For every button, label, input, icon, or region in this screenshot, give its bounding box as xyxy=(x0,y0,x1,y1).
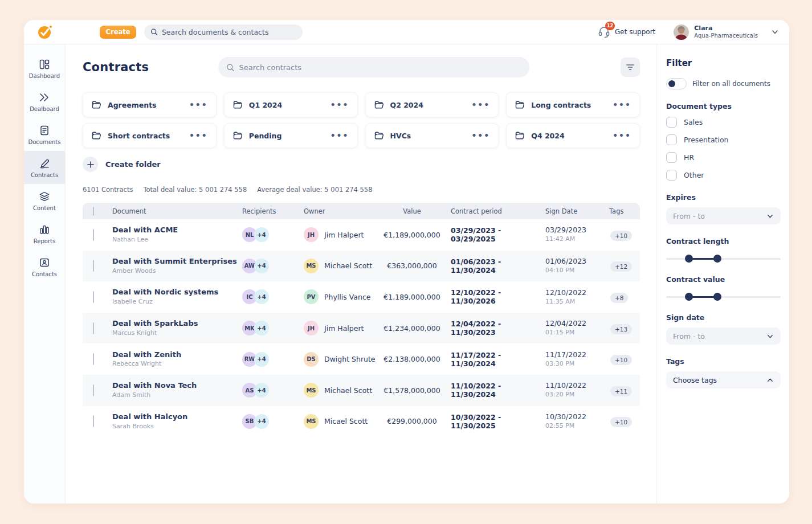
document-title[interactable]: Deal with Nordic systems xyxy=(112,288,242,297)
sign-date: 03/29/2023 xyxy=(545,226,609,235)
sign-time: 11:35 AM xyxy=(545,298,609,306)
choose-tags-dropdown[interactable]: Choose tags xyxy=(666,371,781,388)
create-folder-button[interactable]: Create folder xyxy=(83,157,161,172)
document-title[interactable]: Deal with Summit Enterprises xyxy=(112,257,242,267)
folder-label: Agreements xyxy=(108,101,183,109)
checkbox[interactable] xyxy=(666,170,677,181)
row-checkbox[interactable] xyxy=(93,229,94,241)
sign-date: 12/04/2022 xyxy=(545,319,609,329)
recipients-extra-count: +4 xyxy=(254,352,269,367)
recipients-extra-count: +4 xyxy=(254,321,269,335)
document-title[interactable]: Deal with Nova Tech xyxy=(112,381,242,391)
sidebar-item-documents[interactable]: Documents xyxy=(24,118,65,151)
filter-all-documents-toggle[interactable] xyxy=(666,78,687,89)
folder-hvcs[interactable]: HVCs ••• xyxy=(365,123,499,148)
folder-q4-2024[interactable]: Q4 2024 ••• xyxy=(506,123,640,148)
checkbox[interactable] xyxy=(666,117,677,128)
contracts-search[interactable] xyxy=(218,57,529,77)
folder-long-contracts[interactable]: Long contracts ••• xyxy=(506,92,640,117)
sign-date: 01/06/2023 xyxy=(545,257,609,267)
folder-q1-2024[interactable]: Q1 2024 ••• xyxy=(224,92,358,117)
table-row[interactable]: Deal with Summit Enterprises Amber Woods… xyxy=(83,251,640,282)
recipients-extra-count: +4 xyxy=(254,259,269,273)
folder-label: Long contracts xyxy=(531,101,606,109)
slider-handle-min[interactable] xyxy=(685,255,693,263)
row-checkbox[interactable] xyxy=(93,322,94,334)
document-title[interactable]: Deal with ACME xyxy=(112,226,242,235)
contract-length-slider[interactable] xyxy=(666,255,781,263)
expires-label: Expires xyxy=(666,193,781,202)
table-row[interactable]: Deal with Nova Tech Adam Smith AS +4 MS … xyxy=(83,375,640,406)
folder-short-contracts[interactable]: Short contracts ••• xyxy=(83,123,217,148)
sidebar-item-contacts[interactable]: Contacts xyxy=(24,250,65,283)
table-row[interactable]: Deal with Halcyon Sarah Brooks SB +4 MS … xyxy=(83,406,640,437)
tags-badge[interactable]: +12 xyxy=(610,261,632,272)
main-content: Contracts xyxy=(66,44,656,503)
expires-value: From - to xyxy=(673,212,705,220)
global-search[interactable] xyxy=(144,24,303,40)
contracts-table: Document Recipients Owner Value Contract… xyxy=(83,203,640,437)
tags-badge[interactable]: +8 xyxy=(610,293,628,303)
folder-agreements[interactable]: Agreements ••• xyxy=(83,92,217,117)
table-row[interactable]: Deal with SparkLabs Marcus Knight MK +4 … xyxy=(83,313,640,344)
sign-date-dropdown[interactable]: From - to xyxy=(666,328,781,345)
sidebar-item-dashboard[interactable]: Dashboard xyxy=(24,52,65,85)
table-filter-button[interactable] xyxy=(621,58,640,77)
owner-cell: MS Michael Scott xyxy=(304,383,383,398)
row-checkbox[interactable] xyxy=(93,353,94,365)
col-recipients: Recipients xyxy=(242,207,304,215)
contracts-search-input[interactable] xyxy=(239,63,522,72)
document-title[interactable]: Deal with Halcyon xyxy=(112,412,242,422)
doc-type-other[interactable]: Other xyxy=(666,170,781,181)
bar-chart-icon xyxy=(38,223,51,236)
tags-badge[interactable]: +11 xyxy=(610,386,632,396)
search-icon xyxy=(150,28,158,36)
expires-dropdown[interactable]: From - to xyxy=(666,207,781,224)
get-support-button[interactable]: 12 Get support xyxy=(597,25,655,39)
tags-badge[interactable]: +10 xyxy=(610,355,632,365)
app-logo[interactable] xyxy=(24,23,66,40)
value-cell: €1,189,000,000 xyxy=(383,231,451,239)
row-checkbox[interactable] xyxy=(93,260,94,272)
slider-handle-max[interactable] xyxy=(713,255,721,263)
sidebar-label: Dealboard xyxy=(30,106,59,112)
row-checkbox[interactable] xyxy=(93,291,94,303)
notification-badge: 12 xyxy=(605,22,615,30)
sidebar-item-contracts[interactable]: Contracts xyxy=(24,151,65,184)
checkbox[interactable] xyxy=(666,134,677,145)
document-types-label: Document types xyxy=(666,102,781,110)
folder-label: Q4 2024 xyxy=(531,132,606,140)
sidebar-item-content[interactable]: Content xyxy=(24,184,65,217)
user-menu[interactable]: Clara Aqua-Pharmaceuticals xyxy=(674,24,779,40)
col-value: Value xyxy=(383,207,451,215)
document-subtitle: Amber Woods xyxy=(112,267,242,275)
doc-type-hr[interactable]: HR xyxy=(666,152,781,163)
slider-handle-max[interactable] xyxy=(713,293,721,301)
row-checkbox[interactable] xyxy=(93,384,94,396)
tags-badge[interactable]: +13 xyxy=(610,324,632,334)
table-row[interactable]: Deal with ACME Nathan Lee NL +4 JH Jim H… xyxy=(83,219,640,251)
dashboard-icon xyxy=(38,58,51,71)
sidebar-item-reports[interactable]: Reports xyxy=(24,217,65,250)
table-row[interactable]: Deal with Zenith Rebecca Wright RW +4 DS… xyxy=(83,343,640,375)
folder-icon xyxy=(91,100,101,110)
global-search-input[interactable] xyxy=(162,28,296,36)
document-title[interactable]: Deal with Zenith xyxy=(112,350,242,360)
checkbox[interactable] xyxy=(666,152,677,163)
tags-badge[interactable]: +10 xyxy=(610,231,632,241)
sidebar-item-dealboard[interactable]: Dealboard xyxy=(24,85,65,118)
doc-type-sales[interactable]: Sales xyxy=(666,117,781,128)
slider-handle-min[interactable] xyxy=(685,293,693,301)
folder-q2-2024[interactable]: Q2 2024 ••• xyxy=(365,92,499,117)
table-row[interactable]: Deal with Nordic systems Isabelle Cruz I… xyxy=(83,281,640,313)
document-title[interactable]: Deal with SparkLabs xyxy=(112,319,242,329)
folder-pending[interactable]: Pending ••• xyxy=(224,123,358,148)
row-checkbox[interactable] xyxy=(93,415,94,427)
recipients-extra-count: +4 xyxy=(254,227,269,242)
tags-badge[interactable]: +10 xyxy=(610,417,632,427)
contract-value-slider[interactable] xyxy=(666,293,781,301)
select-all-checkbox[interactable] xyxy=(93,207,94,216)
create-button[interactable]: Create xyxy=(100,26,136,39)
doc-type-presentation[interactable]: Presentation xyxy=(666,134,781,145)
chevron-up-icon xyxy=(766,376,774,384)
